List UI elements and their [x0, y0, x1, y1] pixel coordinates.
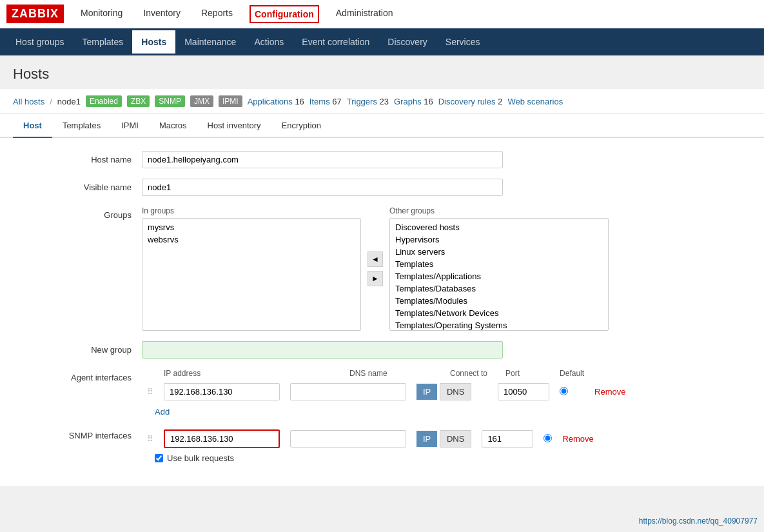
nav-inventory[interactable]: Inventory	[139, 5, 184, 23]
host-name-input[interactable]	[142, 151, 503, 168]
visible-name-row: Visible name	[26, 179, 738, 196]
use-bulk-requests-text: Use bulk requests	[167, 453, 234, 463]
subnav-event-correlation[interactable]: Event correlation	[293, 30, 378, 54]
nav-monitoring[interactable]: Monitoring	[77, 5, 126, 23]
zabbix-logo[interactable]: ZABBIX	[6, 5, 64, 23]
agent-interfaces-table: IP address DNS name Connect to Port Defa…	[142, 369, 631, 403]
connect-ip-button[interactable]: IP	[416, 384, 437, 400]
snmp-ip-cell	[159, 427, 285, 451]
nav-reports[interactable]: Reports	[197, 5, 237, 23]
tab-templates[interactable]: Templates	[52, 114, 111, 138]
breadcrumb-all-hosts[interactable]: All hosts	[13, 97, 44, 106]
sub-navigation: Host groups Templates Hosts Maintenance …	[0, 28, 764, 55]
agent-port-input[interactable]	[498, 383, 549, 400]
new-group-row: New group	[26, 341, 738, 359]
tab-link-discovery-rules[interactable]: Discovery rules 2	[438, 97, 503, 106]
tab-link-items[interactable]: Items 67	[309, 97, 342, 106]
col-dns: DNS name	[285, 369, 411, 380]
snmp-port-cell	[476, 427, 538, 451]
col-port: Port	[493, 369, 554, 380]
tab-macros[interactable]: Macros	[149, 114, 197, 138]
tab-link-applications[interactable]: Applications 16	[248, 97, 304, 106]
move-right-button[interactable]: ►	[367, 271, 383, 286]
agent-default-cell	[554, 380, 589, 403]
snmp-interfaces-row: SNMP interfaces ⠿ IP DNS	[26, 427, 738, 463]
visible-name-input[interactable]	[142, 179, 503, 196]
col-drag	[142, 369, 159, 380]
breadcrumb-bar: All hosts / node1 Enabled ZBX SNMP JMX I…	[0, 89, 764, 114]
agent-ip-cell	[159, 380, 285, 403]
in-groups-wrap: In groups mysrvs websrvs	[142, 206, 361, 331]
use-bulk-requests-label[interactable]: Use bulk requests	[155, 453, 599, 463]
agent-interfaces-header: IP address DNS name Connect to Port Defa…	[142, 369, 631, 380]
page-header: Hosts	[0, 55, 764, 89]
subnav-host-groups[interactable]: Host groups	[6, 30, 73, 54]
snmp-default-cell	[538, 427, 557, 451]
tab-encryption[interactable]: Encryption	[271, 114, 331, 138]
badge-ipmi: IPMI	[219, 95, 242, 107]
move-left-button[interactable]: ◄	[367, 251, 383, 267]
arrow-buttons: ◄ ►	[367, 251, 383, 286]
snmp-interfaces-label: SNMP interfaces	[26, 427, 142, 440]
form-area: Host name Visible name Groups In groups …	[0, 138, 764, 486]
new-group-input[interactable]	[142, 341, 503, 359]
snmp-ip-input[interactable]	[164, 429, 280, 448]
host-name-row: Host name	[26, 151, 738, 168]
connect-dns-button[interactable]: DNS	[440, 383, 471, 400]
tab-link-web-scenarios[interactable]: Web scenarios	[507, 97, 563, 106]
snmp-default-radio[interactable]	[544, 434, 552, 442]
subnav-actions[interactable]: Actions	[245, 30, 293, 54]
snmp-connect-ip-button[interactable]: IP	[416, 431, 437, 447]
breadcrumb-current: node1	[57, 97, 81, 106]
in-groups-label: In groups	[142, 206, 361, 215]
subnav-templates[interactable]: Templates	[73, 30, 132, 54]
col-ip: IP address	[159, 369, 285, 380]
snmp-connect-cell: IP DNS	[411, 427, 476, 451]
groups-container: In groups mysrvs websrvs ◄ ► Other group…	[142, 206, 609, 331]
subnav-discovery[interactable]: Discovery	[378, 30, 436, 54]
subnav-maintenance[interactable]: Maintenance	[175, 30, 245, 54]
agent-ip-input[interactable]	[164, 383, 280, 400]
tab-host[interactable]: Host	[13, 114, 52, 138]
in-groups-listbox[interactable]: mysrvs websrvs	[142, 218, 361, 331]
snmp-dns-input[interactable]	[290, 430, 406, 448]
snmp-dns-cell	[285, 427, 411, 451]
subnav-hosts[interactable]: Hosts	[132, 30, 175, 54]
col-default: Default	[554, 369, 589, 380]
visible-name-label: Visible name	[26, 179, 142, 192]
inner-tabs: Host Templates IPMI Macros Host inventor…	[0, 114, 764, 138]
top-nav-items: Monitoring Inventory Reports Configurati…	[77, 5, 397, 23]
badge-jmx: JMX	[190, 95, 213, 107]
tab-host-inventory[interactable]: Host inventory	[197, 114, 271, 138]
snmp-connect-dns-button[interactable]: DNS	[440, 430, 471, 448]
badge-zbx: ZBX	[127, 95, 150, 107]
agent-remove-link[interactable]: Remove	[594, 387, 625, 397]
other-groups-listbox[interactable]: Discovered hosts Hypervisors Linux serve…	[389, 218, 609, 331]
agent-interfaces-label: Agent interfaces	[26, 369, 142, 382]
snmp-remove-link[interactable]: Remove	[562, 434, 593, 444]
snmp-interfaces-table: ⠿ IP DNS	[142, 427, 599, 451]
use-bulk-requests-checkbox[interactable]	[155, 454, 163, 462]
badge-snmp: SNMP	[155, 95, 185, 107]
host-name-label: Host name	[26, 151, 142, 164]
tab-ipmi[interactable]: IPMI	[111, 114, 149, 138]
nav-administration[interactable]: Administration	[332, 5, 397, 23]
nav-configuration[interactable]: Configuration	[250, 5, 319, 23]
snmp-interfaces-container: ⠿ IP DNS	[142, 427, 599, 463]
agent-dns-input[interactable]	[290, 383, 406, 400]
tab-link-triggers[interactable]: Triggers 23	[347, 97, 389, 106]
agent-interfaces-row: Agent interfaces IP address DNS name Con…	[26, 369, 738, 417]
agent-default-radio[interactable]	[560, 387, 568, 395]
top-navigation: ZABBIX Monitoring Inventory Reports Conf…	[0, 0, 764, 28]
agent-connect-cell: IP DNS	[411, 380, 493, 403]
snmp-remove-cell: Remove	[557, 427, 598, 451]
agent-interfaces-container: IP address DNS name Connect to Port Defa…	[142, 369, 631, 417]
tab-link-graphs[interactable]: Graphs 16	[394, 97, 433, 106]
subnav-services[interactable]: Services	[436, 30, 489, 54]
snmp-port-input[interactable]	[482, 430, 533, 448]
other-groups-label: Other groups	[389, 206, 609, 215]
other-groups-wrap: Other groups Discovered hosts Hypervisor…	[389, 206, 609, 331]
agent-add-link[interactable]: Add	[155, 407, 170, 417]
breadcrumb-separator: /	[50, 97, 52, 106]
agent-port-cell	[493, 380, 554, 403]
